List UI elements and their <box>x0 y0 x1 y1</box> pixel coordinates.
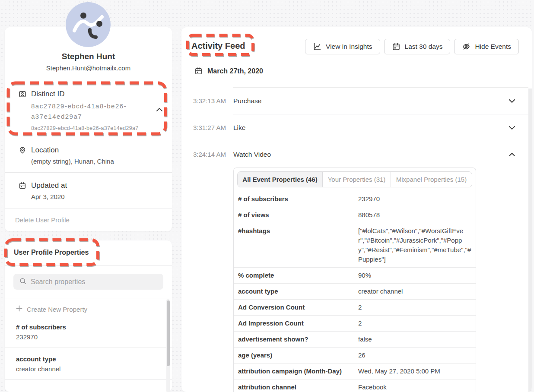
distinct-id-subvalue: 8ac27829-ebcd-41a8-be26-a37e14ed29a7 <box>31 125 163 131</box>
date-range-button[interactable]: Last 30 days <box>384 39 451 54</box>
event-property-row: # of subscribers 232970 <box>234 191 476 207</box>
event-property-row: account type creator channel <box>234 283 476 299</box>
event-property-row: # of views 880578 <box>234 207 476 223</box>
user-profile-properties-card: User Profile Properties Create New P <box>5 240 172 392</box>
event-property-value: 2 <box>358 319 476 328</box>
event-property-value: Facebook <box>358 383 476 392</box>
event-property-value: Wed, May 27, 2020 5:00 PM <box>358 367 476 376</box>
properties-scrollbar[interactable] <box>166 299 170 392</box>
distinct-id-section: Distinct ID 8ac27829-ebcd-41a8-be26-a37e… <box>5 80 172 137</box>
event-timestamp: 3:31:27 AM <box>181 124 233 131</box>
search-icon <box>19 277 27 287</box>
avatar <box>66 2 111 47</box>
event-property-key: % complete <box>234 271 358 280</box>
event-properties-tabs: All Event Properties (46) Your Propertie… <box>237 171 472 187</box>
event-properties-tab[interactable]: Mixpanel Properties (15) <box>391 172 472 187</box>
event-property-value: 90% <box>358 271 476 280</box>
event-properties-tab[interactable]: All Event Properties (46) <box>238 172 323 187</box>
property-value: creator channel <box>16 365 159 373</box>
property-name: # of subscribers <box>16 323 159 331</box>
event-name: Watch Video <box>233 151 271 158</box>
properties-scrollbar-thumb[interactable] <box>167 300 170 366</box>
event-property-key: Ad Conversion Count <box>234 303 358 312</box>
location-section: Location (empty string), Hunan, China <box>5 137 172 172</box>
event-property-value: 880578 <box>358 210 476 220</box>
event-property-row: Ad Conversion Count 2 <box>234 299 476 315</box>
profile-card: Stephen Hunt Stephen.Hunt@hotmailx.com D… <box>5 27 172 231</box>
plus-icon <box>16 305 22 313</box>
event-property-key: Ad Impression Count <box>234 319 358 328</box>
date-group-label: March 27th, 2020 <box>207 67 263 75</box>
event-property-row: % complete 90% <box>234 267 476 283</box>
properties-list: Create New Property # of subscribers 232… <box>5 298 172 392</box>
property-list-item[interactable]: # of subscribers 232970 <box>5 316 172 348</box>
updated-at-section: Updated at Apr 3, 2020 <box>5 172 172 209</box>
user-profile-page: Stephen Hunt Stephen.Hunt@hotmailx.com D… <box>0 0 534 392</box>
event-property-value: 26 <box>358 351 476 360</box>
delete-profile-section: Delete User Profile <box>5 209 172 231</box>
event-property-key: age (years) <box>234 351 358 360</box>
event-name: Like <box>233 124 245 132</box>
event-properties-table: # of subscribers 232970 # of views 88057… <box>234 191 476 392</box>
activity-feed-card: Activity Feed View in Insights <box>181 27 532 392</box>
event-property-value: 232970 <box>358 194 476 204</box>
event-property-row: attribution campaign (Month-Day) Wed, Ma… <box>234 363 476 379</box>
distinct-id-value: 8ac27829-ebcd-41a8-be26-a37e14ed29a7 <box>31 101 148 122</box>
chevron-toggle-icon[interactable] <box>509 126 515 130</box>
line-chart-icon <box>313 42 321 51</box>
updated-at-label: Updated at <box>31 181 67 190</box>
calendar-icon <box>392 42 400 51</box>
date-group-header: March 27th, 2020 <box>194 67 532 75</box>
event-property-row: Ad Impression Count 2 <box>234 315 476 331</box>
event-property-key: attribution campaign (Month-Day) <box>234 367 358 376</box>
user-profile-properties-title: User Profile Properties <box>14 249 89 256</box>
event-list: 3:32:13 AM Purchase 3:31:27 AM Like <box>181 87 528 392</box>
property-value: 232970 <box>16 333 159 341</box>
property-name: account type <box>16 355 159 363</box>
event-row[interactable]: 3:32:13 AM Purchase <box>181 87 528 114</box>
calendar-icon <box>19 182 26 190</box>
eye-off-icon <box>462 42 470 51</box>
event-property-key: # of views <box>234 210 358 220</box>
event-property-key: #hashtags <box>234 226 358 236</box>
event-row[interactable]: 3:24:14 AM Watch Video <box>181 141 528 168</box>
event-property-value: 2 <box>358 303 476 312</box>
search-properties-input[interactable] <box>31 278 158 286</box>
event-property-row: age (years) 26 <box>234 347 476 363</box>
location-pin-icon <box>19 146 26 154</box>
event-property-row: attribution channel Facebook <box>234 379 476 392</box>
activity-scrollbar[interactable] <box>528 89 532 392</box>
profile-email: Stephen.Hunt@hotmailx.com <box>9 64 168 72</box>
location-value: (empty string), Hunan, China <box>31 158 163 165</box>
chevron-toggle-icon[interactable] <box>509 153 515 156</box>
calendar-icon <box>194 67 203 75</box>
create-new-property-button[interactable]: Create New Property <box>5 298 172 316</box>
event-property-value: false <box>358 335 476 344</box>
activity-feed-title: Activity Feed <box>191 39 245 51</box>
event-property-row: advertisement shown? false <box>234 331 476 347</box>
event-detail-panel: All Event Properties (46) Your Propertie… <box>233 168 476 392</box>
event-property-value: creator channel <box>358 287 476 296</box>
view-in-insights-button[interactable]: View in Insights <box>305 39 380 54</box>
event-property-key: advertisement shown? <box>234 335 358 344</box>
delete-user-profile-link[interactable]: Delete User Profile <box>15 216 70 224</box>
event-property-key: account type <box>234 287 358 296</box>
event-properties-tab[interactable]: Your Properties (31) <box>323 172 391 187</box>
distinct-id-label: Distinct ID <box>31 90 64 98</box>
location-label: Location <box>31 146 59 155</box>
chevron-up-icon[interactable] <box>156 105 162 113</box>
hide-events-button[interactable]: Hide Events <box>454 39 519 54</box>
property-list-item[interactable]: account type creator channel <box>5 348 172 380</box>
event-property-row: #hashtags ["#lolCats","#Wilson","#WorstG… <box>234 223 476 267</box>
updated-at-value: Apr 3, 2020 <box>31 193 163 200</box>
search-properties-box[interactable] <box>13 274 163 290</box>
event-property-key: attribution channel <box>234 383 358 392</box>
chevron-toggle-icon[interactable] <box>509 99 515 103</box>
event-timestamp: 3:32:13 AM <box>181 97 233 104</box>
event-property-key: # of subscribers <box>234 194 358 204</box>
profile-name: Stephen Hunt <box>9 52 168 61</box>
contact-card-icon <box>19 90 26 98</box>
event-name: Purchase <box>233 97 261 105</box>
event-property-value: ["#lolCats","#Wilson","#WorstGiftEver","… <box>358 226 476 264</box>
event-row[interactable]: 3:31:27 AM Like <box>181 114 528 141</box>
